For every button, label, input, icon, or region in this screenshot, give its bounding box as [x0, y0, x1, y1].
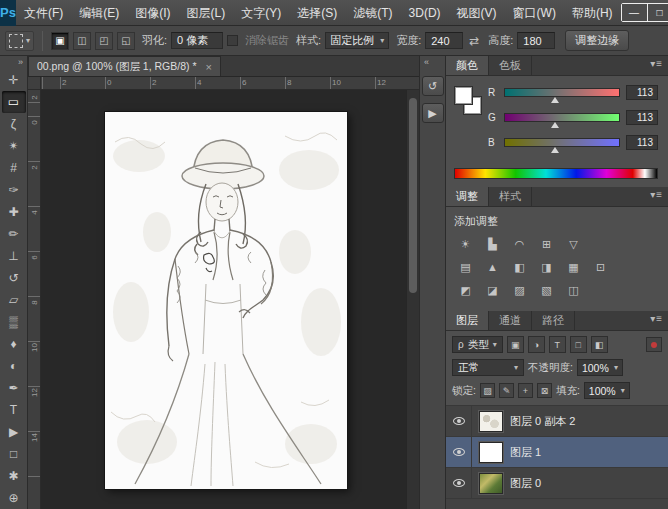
scrollbar-thumb[interactable] [409, 98, 417, 293]
pen-tool[interactable]: ✒ [2, 377, 26, 399]
layer-thumbnail[interactable] [479, 442, 503, 463]
lock-position-icon[interactable]: + [518, 383, 533, 398]
menu-file[interactable]: 文件(F) [16, 0, 71, 26]
rectangular-marquee-tool[interactable]: ▭ [2, 91, 26, 113]
blur-tool[interactable]: ♦ [2, 333, 26, 355]
document-tab[interactable]: 00.png @ 100% (图层 1, RGB/8) * × [28, 56, 221, 76]
clone-stamp-tool[interactable]: ⊥ [2, 245, 26, 267]
blend-mode-select[interactable]: 正常 [452, 359, 524, 376]
quick-selection-tool[interactable]: ✴ [2, 135, 26, 157]
color-balance-icon[interactable]: ▲ [481, 258, 504, 276]
invert-icon[interactable]: ◩ [454, 281, 477, 299]
tab-paths[interactable]: 路径 [532, 311, 575, 330]
layer-thumbnail[interactable] [479, 473, 503, 494]
tab-close-icon[interactable]: × [205, 61, 211, 73]
gradient-map-icon[interactable]: ▧ [535, 281, 558, 299]
path-selection-tool[interactable]: ▶ [2, 421, 26, 443]
slider-marker[interactable] [551, 122, 559, 128]
zoom-tool[interactable]: ⊕ [2, 487, 26, 509]
gradient-tool[interactable]: ▒ [2, 311, 26, 333]
menu-window[interactable]: 窗口(W) [505, 0, 564, 26]
feather-input[interactable]: 0 像素 [171, 32, 223, 49]
black-white-icon[interactable]: ◧ [508, 258, 531, 276]
horizontal-ruler[interactable]: 2 0 2 4 6 8 10 12 [41, 77, 419, 90]
dock-expand-icon[interactable]: « [420, 56, 429, 69]
layer-row[interactable]: 图层 0 [446, 468, 668, 499]
width-input[interactable]: 240 [425, 32, 463, 49]
brightness-contrast-icon[interactable]: ☀ [454, 235, 477, 253]
antialias-checkbox[interactable] [227, 35, 238, 46]
ruler-origin-box[interactable] [28, 77, 41, 90]
lasso-tool[interactable]: ζ [2, 113, 26, 135]
red-slider[interactable] [504, 88, 620, 97]
filter-adjustment-layers-icon[interactable]: ◑ [528, 336, 545, 353]
rectangle-tool[interactable]: □ [2, 443, 26, 465]
maximize-button[interactable]: □ [647, 4, 668, 21]
menu-help[interactable]: 帮助(H) [564, 0, 621, 26]
minimize-button[interactable]: — [622, 4, 647, 21]
lock-image-pixels-icon[interactable]: ✎ [499, 383, 514, 398]
vertical-ruler[interactable]: 2 0 2 4 6 8 10 12 14 [28, 90, 41, 509]
levels-icon[interactable]: ▙ [481, 235, 504, 253]
green-slider[interactable] [504, 113, 620, 122]
type-tool[interactable]: T [2, 399, 26, 421]
filter-type-layers-icon[interactable]: T [549, 336, 566, 353]
brush-tool[interactable]: ✏ [2, 223, 26, 245]
menu-type[interactable]: 文字(Y) [233, 0, 289, 26]
history-brush-tool[interactable]: ↺ [2, 267, 26, 289]
layer-name[interactable]: 图层 0 副本 2 [510, 414, 575, 429]
swap-dimensions-icon[interactable]: ⇄ [467, 34, 481, 48]
tab-adjustments[interactable]: 调整 [446, 187, 489, 206]
curves-icon[interactable]: ◠ [508, 235, 531, 253]
slider-marker[interactable] [551, 147, 559, 153]
filter-shape-layers-icon[interactable]: □ [570, 336, 587, 353]
green-value-input[interactable]: 113 [626, 110, 658, 125]
photo-filter-icon[interactable]: ◨ [535, 258, 558, 276]
eraser-tool[interactable]: ▱ [2, 289, 26, 311]
panel-menu-icon[interactable] [650, 58, 663, 69]
color-lookup-icon[interactable]: ⊡ [589, 258, 612, 276]
slider-marker[interactable] [551, 97, 559, 103]
dodge-tool[interactable]: ◐ [2, 355, 26, 377]
layer-name[interactable]: 图层 0 [510, 476, 541, 491]
selective-color-icon[interactable]: ◫ [562, 281, 585, 299]
subtract-selection-button[interactable]: ◰ [95, 32, 113, 50]
layer-filter-select[interactable]: ρ 类型 [452, 336, 503, 353]
visibility-toggle[interactable] [446, 406, 472, 436]
red-value-input[interactable]: 113 [626, 85, 658, 100]
canvas-viewport[interactable] [41, 90, 419, 509]
layer-thumbnail[interactable] [479, 411, 503, 432]
lock-all-icon[interactable]: ⊠ [537, 383, 552, 398]
tab-color[interactable]: 颜色 [446, 56, 489, 75]
panel-menu-icon[interactable] [650, 313, 663, 324]
history-panel-button[interactable]: ↺ [422, 76, 444, 96]
blue-slider[interactable] [504, 138, 620, 147]
menu-image[interactable]: 图像(I) [127, 0, 178, 26]
fill-input[interactable]: 100% [584, 382, 630, 399]
refine-edge-button[interactable]: 调整边缘 [565, 30, 629, 51]
new-selection-button[interactable]: ▣ [51, 32, 69, 50]
filter-pixel-layers-icon[interactable]: ▣ [507, 336, 524, 353]
layer-filter-toggle[interactable] [646, 337, 662, 352]
style-select[interactable]: 固定比例 [325, 32, 389, 49]
actions-panel-button[interactable]: ▶ [422, 103, 444, 123]
eyedropper-tool[interactable]: ✑ [2, 179, 26, 201]
hue-saturation-icon[interactable]: ▤ [454, 258, 477, 276]
move-tool[interactable]: ✛ [2, 69, 26, 91]
menu-select[interactable]: 选择(S) [289, 0, 345, 26]
layer-name[interactable]: 图层 1 [510, 445, 541, 460]
tab-swatches[interactable]: 色板 [489, 56, 532, 75]
tab-styles[interactable]: 样式 [489, 187, 532, 206]
spot-healing-brush-tool[interactable]: ✚ [2, 201, 26, 223]
tool-preset-picker[interactable]: ▾ [5, 31, 34, 51]
filter-smart-objects-icon[interactable]: ◧ [591, 336, 608, 353]
tab-channels[interactable]: 通道 [489, 311, 532, 330]
panel-menu-icon[interactable] [650, 189, 663, 200]
posterize-icon[interactable]: ◪ [481, 281, 504, 299]
toolbar-collapse-icon[interactable]: » [18, 56, 27, 69]
menu-layer[interactable]: 图层(L) [179, 0, 234, 26]
vertical-scrollbar[interactable] [406, 90, 419, 509]
vibrance-icon[interactable]: ▽ [562, 235, 585, 253]
layer-row[interactable]: 图层 0 副本 2 [446, 406, 668, 437]
foreground-color-swatch[interactable] [455, 87, 472, 104]
